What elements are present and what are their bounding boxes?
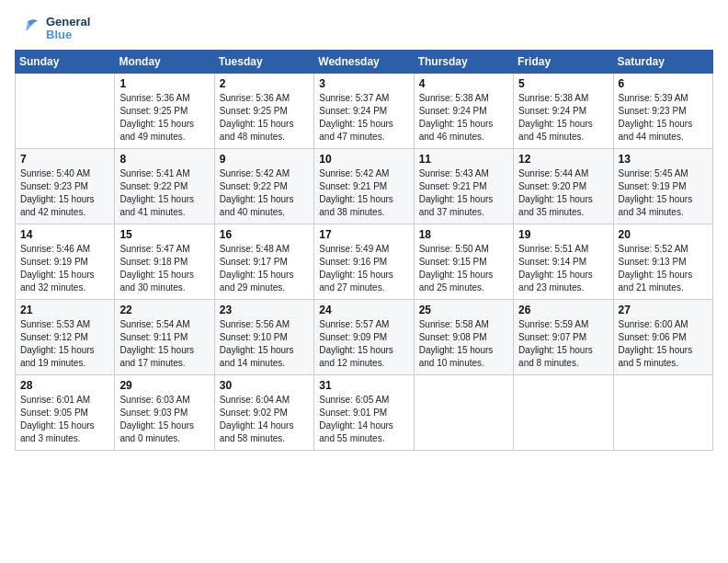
day-info: Sunrise: 5:41 AM Sunset: 9:22 PM Dayligh… — [119, 167, 209, 219]
calendar-cell: 16Sunrise: 5:48 AM Sunset: 9:17 PM Dayli… — [214, 224, 313, 300]
calendar-cell: 15Sunrise: 5:47 AM Sunset: 9:18 PM Dayli… — [115, 224, 214, 300]
day-info: Sunrise: 5:53 AM Sunset: 9:12 PM Dayligh… — [20, 318, 109, 370]
day-header-wednesday: Wednesday — [314, 51, 414, 74]
calendar-cell: 6Sunrise: 5:39 AM Sunset: 9:23 PM Daylig… — [613, 74, 712, 149]
day-number: 20 — [619, 228, 708, 241]
calendar-cell: 12Sunrise: 5:44 AM Sunset: 9:20 PM Dayli… — [514, 149, 613, 224]
day-number: 18 — [419, 228, 508, 241]
page-header: General Blue — [15, 15, 713, 42]
day-number: 8 — [119, 153, 209, 166]
day-info: Sunrise: 5:59 AM Sunset: 9:07 PM Dayligh… — [518, 318, 608, 370]
day-info: Sunrise: 5:36 AM Sunset: 9:25 PM Dayligh… — [220, 92, 309, 144]
day-number: 11 — [419, 153, 508, 166]
day-info: Sunrise: 5:45 AM Sunset: 9:19 PM Dayligh… — [619, 167, 708, 219]
day-info: Sunrise: 5:46 AM Sunset: 9:19 PM Dayligh… — [20, 243, 109, 294]
calendar-cell: 10Sunrise: 5:42 AM Sunset: 9:21 PM Dayli… — [314, 149, 414, 224]
day-header-thursday: Thursday — [414, 51, 513, 74]
day-number: 4 — [419, 77, 508, 90]
calendar-cell — [16, 74, 115, 149]
day-number: 2 — [220, 77, 309, 90]
day-info: Sunrise: 5:36 AM Sunset: 9:25 PM Dayligh… — [119, 92, 209, 144]
day-number: 21 — [20, 304, 109, 316]
day-number: 29 — [119, 379, 209, 392]
day-info: Sunrise: 5:47 AM Sunset: 9:18 PM Dayligh… — [119, 243, 209, 294]
calendar-cell: 20Sunrise: 5:52 AM Sunset: 9:13 PM Dayli… — [613, 224, 712, 300]
day-number: 15 — [119, 228, 209, 241]
day-number: 25 — [419, 304, 508, 316]
day-info: Sunrise: 6:05 AM Sunset: 9:01 PM Dayligh… — [319, 394, 408, 445]
day-number: 3 — [319, 77, 408, 90]
week-row-2: 7Sunrise: 5:40 AM Sunset: 9:23 PM Daylig… — [16, 149, 713, 224]
day-info: Sunrise: 5:38 AM Sunset: 9:24 PM Dayligh… — [518, 92, 608, 144]
day-number: 30 — [220, 379, 309, 392]
calendar-table: SundayMondayTuesdayWednesdayThursdayFrid… — [15, 50, 713, 451]
day-number: 7 — [20, 153, 109, 166]
week-row-4: 21Sunrise: 5:53 AM Sunset: 9:12 PM Dayli… — [16, 300, 713, 375]
calendar-cell: 13Sunrise: 5:45 AM Sunset: 9:19 PM Dayli… — [613, 149, 712, 224]
day-info: Sunrise: 5:43 AM Sunset: 9:21 PM Dayligh… — [419, 167, 508, 219]
calendar-cell: 27Sunrise: 6:00 AM Sunset: 9:06 PM Dayli… — [613, 300, 712, 375]
calendar-cell: 5Sunrise: 5:38 AM Sunset: 9:24 PM Daylig… — [514, 74, 613, 149]
calendar-cell: 14Sunrise: 5:46 AM Sunset: 9:19 PM Dayli… — [16, 224, 115, 300]
day-info: Sunrise: 5:54 AM Sunset: 9:11 PM Dayligh… — [119, 318, 209, 370]
day-info: Sunrise: 5:48 AM Sunset: 9:17 PM Dayligh… — [220, 243, 309, 294]
logo-line1: General — [46, 16, 90, 29]
day-number: 27 — [619, 304, 708, 316]
calendar-cell: 22Sunrise: 5:54 AM Sunset: 9:11 PM Dayli… — [115, 300, 214, 375]
calendar-cell: 19Sunrise: 5:51 AM Sunset: 9:14 PM Dayli… — [514, 224, 613, 300]
day-header-row: SundayMondayTuesdayWednesdayThursdayFrid… — [16, 51, 713, 74]
day-info: Sunrise: 5:50 AM Sunset: 9:15 PM Dayligh… — [419, 243, 508, 294]
calendar-cell — [613, 375, 712, 451]
calendar-cell: 28Sunrise: 6:01 AM Sunset: 9:05 PM Dayli… — [16, 375, 115, 451]
day-info: Sunrise: 5:39 AM Sunset: 9:23 PM Dayligh… — [619, 92, 708, 144]
day-number: 9 — [220, 153, 309, 166]
logo-line2: Blue — [46, 29, 90, 41]
day-info: Sunrise: 5:49 AM Sunset: 9:16 PM Dayligh… — [319, 243, 408, 294]
day-info: Sunrise: 6:01 AM Sunset: 9:05 PM Dayligh… — [20, 394, 109, 445]
calendar-cell: 30Sunrise: 6:04 AM Sunset: 9:02 PM Dayli… — [214, 375, 313, 451]
day-number: 28 — [20, 379, 109, 392]
logo-graphic: General Blue — [15, 15, 90, 42]
day-number: 6 — [619, 77, 708, 90]
calendar-cell: 31Sunrise: 6:05 AM Sunset: 9:01 PM Dayli… — [314, 375, 414, 451]
day-info: Sunrise: 6:00 AM Sunset: 9:06 PM Dayligh… — [619, 318, 708, 370]
day-number: 16 — [220, 228, 309, 241]
day-info: Sunrise: 6:03 AM Sunset: 9:03 PM Dayligh… — [119, 394, 209, 445]
day-info: Sunrise: 5:51 AM Sunset: 9:14 PM Dayligh… — [518, 243, 608, 294]
day-number: 23 — [220, 304, 309, 316]
day-number: 19 — [518, 228, 608, 241]
calendar-cell — [414, 375, 513, 451]
day-info: Sunrise: 5:57 AM Sunset: 9:09 PM Dayligh… — [319, 318, 408, 370]
day-number: 12 — [518, 153, 608, 166]
day-info: Sunrise: 5:42 AM Sunset: 9:22 PM Dayligh… — [220, 167, 309, 219]
calendar-cell: 3Sunrise: 5:37 AM Sunset: 9:24 PM Daylig… — [314, 74, 414, 149]
day-header-saturday: Saturday — [613, 51, 712, 74]
logo-bird-icon — [15, 15, 42, 42]
calendar-cell: 1Sunrise: 5:36 AM Sunset: 9:25 PM Daylig… — [115, 74, 214, 149]
calendar-cell: 8Sunrise: 5:41 AM Sunset: 9:22 PM Daylig… — [115, 149, 214, 224]
calendar-cell: 2Sunrise: 5:36 AM Sunset: 9:25 PM Daylig… — [214, 74, 313, 149]
day-info: Sunrise: 5:38 AM Sunset: 9:24 PM Dayligh… — [419, 92, 508, 144]
calendar-cell: 24Sunrise: 5:57 AM Sunset: 9:09 PM Dayli… — [314, 300, 414, 375]
calendar-cell: 18Sunrise: 5:50 AM Sunset: 9:15 PM Dayli… — [414, 224, 513, 300]
day-header-tuesday: Tuesday — [214, 51, 313, 74]
day-number: 17 — [319, 228, 408, 241]
day-info: Sunrise: 5:52 AM Sunset: 9:13 PM Dayligh… — [619, 243, 708, 294]
day-number: 24 — [319, 304, 408, 316]
calendar-cell: 21Sunrise: 5:53 AM Sunset: 9:12 PM Dayli… — [16, 300, 115, 375]
day-number: 10 — [319, 153, 408, 166]
week-row-3: 14Sunrise: 5:46 AM Sunset: 9:19 PM Dayli… — [16, 224, 713, 300]
calendar-cell: 23Sunrise: 5:56 AM Sunset: 9:10 PM Dayli… — [214, 300, 313, 375]
day-number: 5 — [518, 77, 608, 90]
day-info: Sunrise: 5:44 AM Sunset: 9:20 PM Dayligh… — [518, 167, 608, 219]
day-number: 14 — [20, 228, 109, 241]
day-number: 13 — [619, 153, 708, 166]
calendar-cell: 25Sunrise: 5:58 AM Sunset: 9:08 PM Dayli… — [414, 300, 513, 375]
calendar-cell — [514, 375, 613, 451]
calendar-cell: 7Sunrise: 5:40 AM Sunset: 9:23 PM Daylig… — [16, 149, 115, 224]
day-header-friday: Friday — [514, 51, 613, 74]
day-number: 22 — [119, 304, 209, 316]
day-info: Sunrise: 6:04 AM Sunset: 9:02 PM Dayligh… — [220, 394, 309, 445]
day-info: Sunrise: 5:56 AM Sunset: 9:10 PM Dayligh… — [220, 318, 309, 370]
day-info: Sunrise: 5:40 AM Sunset: 9:23 PM Dayligh… — [20, 167, 109, 219]
